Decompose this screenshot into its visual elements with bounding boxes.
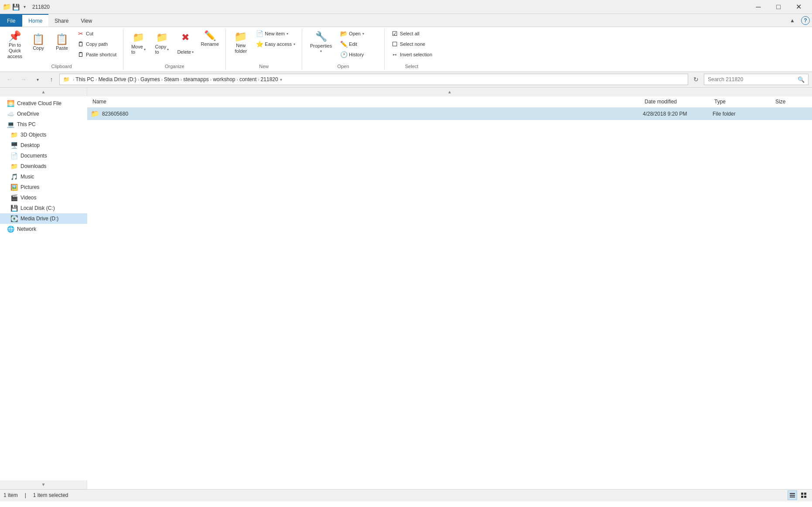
minimize-button[interactable]: ─	[748, 0, 768, 14]
tab-share[interactable]: Share	[48, 14, 75, 27]
cut-button[interactable]: ✂ Cut	[74, 29, 119, 38]
sidebar-item-media-drive-d[interactable]: 💽 Media Drive (D:)	[0, 213, 87, 224]
col-header-type[interactable]: Type	[713, 96, 774, 107]
move-to-button[interactable]: 📁 Moveto ▾	[127, 29, 150, 57]
easy-access-label: Easy access	[265, 41, 292, 47]
sidebar-label-onedrive: OneDrive	[17, 111, 39, 117]
breadcrumb-arrow-1: ›	[73, 77, 74, 82]
copy-to-button[interactable]: 📁 Copyto ▾	[150, 29, 173, 57]
clipboard-left: 📌 Pin to Quickaccess	[3, 29, 26, 62]
tab-file[interactable]: File	[0, 14, 22, 27]
delete-dropdown-arrow: ▾	[192, 50, 194, 54]
copy-path-label: Copy path	[86, 41, 108, 47]
sidebar-label-media-drive-d: Media Drive (D:)	[20, 216, 58, 222]
tab-view[interactable]: View	[75, 14, 98, 27]
forward-button[interactable]: →	[17, 73, 30, 86]
search-input[interactable]	[708, 76, 796, 82]
breadcrumb-media-drive[interactable]: Media Drive (D:)	[98, 76, 136, 82]
breadcrumb-this-pc[interactable]: This PC	[75, 76, 94, 82]
breadcrumb-steamapps[interactable]: steamapps	[183, 76, 209, 82]
breadcrumb-211820[interactable]: 211820	[261, 76, 278, 82]
search-box: 🔍	[704, 74, 809, 85]
sidebar-container: ▲ 🌅 Creative Cloud File ☁️ OneDrive 💻 Th…	[0, 88, 87, 489]
address-path[interactable]: 📁 › This PC › Media Drive (D:) › Gaymes …	[59, 74, 688, 85]
sidebar-item-onedrive[interactable]: ☁️ OneDrive	[0, 109, 87, 119]
breadcrumb-gaymes[interactable]: Gaymes	[140, 76, 160, 82]
invert-selection-button[interactable]: ↔ Invert selection	[388, 50, 435, 59]
creative-cloud-icon: 🌅	[7, 100, 14, 107]
new-folder-icon: 📁	[234, 31, 247, 42]
new-folder-button[interactable]: 📁 Newfolder	[229, 29, 252, 57]
delete-icon-area: ✖	[181, 30, 189, 49]
sidebar-item-desktop[interactable]: 🖥️ Desktop	[0, 140, 87, 151]
col-header-size[interactable]: Size	[774, 96, 809, 107]
dropdown-icon[interactable]: ▾	[21, 3, 28, 10]
ribbon-body: 📌 Pin to Quickaccess 📋 Copy 📋 Paste	[0, 27, 812, 72]
breadcrumb-arrow-7: ›	[237, 77, 238, 82]
breadcrumb-steam[interactable]: Steam	[164, 76, 179, 82]
easy-access-button[interactable]: ⭐ Easy access ▾	[253, 39, 298, 49]
select-none-button[interactable]: ☐ Select none	[388, 39, 435, 49]
svg-rect-2	[790, 497, 795, 497]
sidebar-scroll-up[interactable]: ▲	[0, 88, 87, 96]
svg-rect-0	[790, 493, 795, 494]
new-item-button[interactable]: 📄 New item ▾	[253, 29, 298, 38]
breadcrumb-content[interactable]: content	[239, 76, 256, 82]
sidebar-item-downloads[interactable]: 📁 Downloads	[0, 161, 87, 171]
sidebar-item-local-disk-c[interactable]: 💾 Local Disk (C:)	[0, 203, 87, 213]
pin-label: Pin to Quickaccess	[5, 42, 25, 60]
recent-locations-button[interactable]: ▾	[31, 73, 44, 86]
paste-button[interactable]: 📋 Paste	[51, 29, 73, 57]
status-right	[788, 490, 809, 500]
sidebar-label-desktop: Desktop	[20, 142, 40, 148]
path-dropdown-arrow[interactable]: ▾	[280, 77, 282, 82]
view-large-icons-button[interactable]	[799, 490, 809, 500]
edit-label: Edit	[349, 41, 357, 47]
sidebar-item-music[interactable]: 🎵 Music	[0, 171, 87, 182]
ribbon-collapse-button[interactable]: ▲	[786, 14, 799, 27]
search-icon[interactable]: 🔍	[798, 76, 805, 83]
select-all-icon: ☑	[391, 30, 398, 37]
copy-button[interactable]: 📋 Copy	[27, 29, 50, 57]
properties-button[interactable]: 🔧 Properties ▾	[306, 29, 336, 57]
delete-button[interactable]: ✖ Delete ▾	[174, 29, 197, 57]
help-button[interactable]: ?	[801, 16, 810, 25]
file-item-823605680[interactable]: 📁 823605680 4/28/2018 9:20 PM File folde…	[87, 108, 812, 120]
properties-icon: 🔧	[315, 31, 327, 42]
sidebar-item-documents[interactable]: 📄 Documents	[0, 151, 87, 161]
sidebar-item-3d-objects[interactable]: 📁 3D Objects	[0, 130, 87, 140]
close-button[interactable]: ✕	[788, 0, 809, 14]
history-button[interactable]: 🕐 History	[337, 50, 381, 59]
maximize-button[interactable]: □	[768, 0, 788, 14]
edit-button[interactable]: ✏️ Edit	[337, 39, 381, 49]
sidebar-item-this-pc[interactable]: 💻 This PC	[0, 119, 87, 130]
sidebar-scroll-down[interactable]: ▼	[0, 480, 87, 489]
clipboard-right: 📋 Paste	[51, 29, 73, 57]
breadcrumb-workshop[interactable]: workshop	[213, 76, 235, 82]
pin-to-quick-access-button[interactable]: 📌 Pin to Quickaccess	[3, 29, 26, 62]
sidebar-item-videos[interactable]: 🎬 Videos	[0, 192, 87, 203]
view-details-button[interactable]	[788, 490, 797, 500]
sidebar-item-network[interactable]: 🌐 Network	[0, 224, 87, 234]
tab-home[interactable]: Home	[22, 14, 48, 27]
refresh-button[interactable]: ↻	[690, 73, 702, 86]
file-scroll-up[interactable]: ▲	[87, 88, 812, 96]
select-all-button[interactable]: ☑ Select all	[388, 29, 435, 38]
back-button[interactable]: ←	[3, 73, 16, 86]
sidebar-item-creative-cloud[interactable]: 🌅 Creative Cloud File	[0, 98, 87, 109]
organize-items: 📁 Moveto ▾ 📁 Copyto ▾	[127, 29, 222, 62]
address-bar: ← → ▾ ↑ 📁 › This PC › Media Drive (D:) ›…	[0, 72, 812, 88]
copy-path-button[interactable]: 🗒 Copy path	[74, 39, 119, 49]
edit-icon: ✏️	[340, 41, 347, 48]
col-header-modified[interactable]: Date modified	[643, 96, 713, 107]
clipboard-items: 📌 Pin to Quickaccess 📋 Copy 📋 Paste	[3, 29, 119, 62]
breadcrumb-arrow-6: ›	[210, 77, 212, 82]
rename-button[interactable]: ✏️ Rename	[198, 29, 222, 57]
open-button[interactable]: 📂 Open ▾	[337, 29, 381, 38]
paste-shortcut-button[interactable]: 🗒 Paste shortcut	[74, 50, 119, 59]
file-name-823605680: 823605680	[102, 111, 643, 117]
sidebar-item-pictures[interactable]: 🖼️ Pictures	[0, 182, 87, 192]
svg-rect-4	[804, 493, 806, 495]
col-header-name[interactable]: Name	[91, 96, 643, 107]
up-button[interactable]: ↑	[45, 73, 58, 86]
